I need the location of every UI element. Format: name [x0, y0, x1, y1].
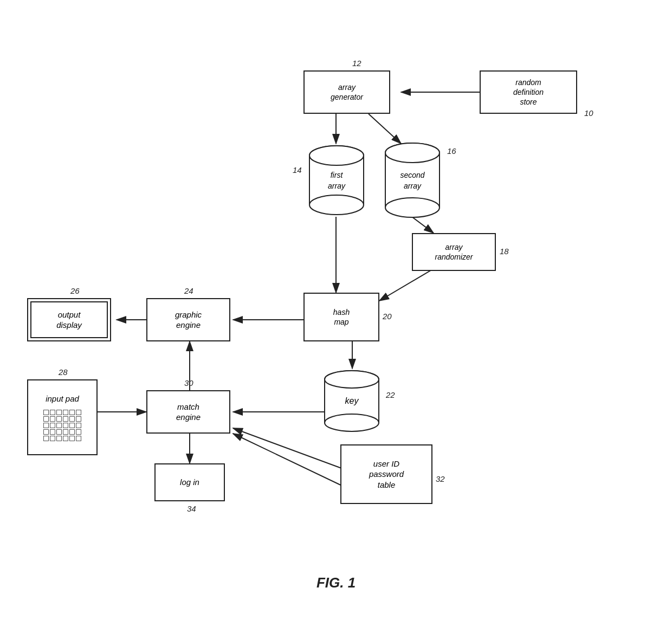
first-array-label: first array	[328, 170, 345, 191]
graphic-engine-label: graphic engine	[175, 309, 202, 331]
array-generator-box: array generator	[303, 70, 390, 114]
output-display-box: output display	[27, 298, 111, 341]
ref-24: 24	[184, 286, 193, 295]
output-display-label: output display	[56, 309, 82, 331]
ref-30: 30	[184, 378, 193, 388]
ref-26: 26	[70, 286, 80, 295]
key-cylinder: key	[322, 369, 382, 434]
ref-16: 16	[447, 146, 456, 156]
match-engine-label: match engine	[176, 402, 201, 423]
random-definition-store-label: random definition store	[513, 78, 544, 107]
second-array-label: second array	[400, 170, 424, 191]
log-in-label: log in	[180, 477, 199, 488]
svg-point-22	[309, 146, 364, 165]
svg-point-34	[325, 371, 379, 388]
match-engine-box: match engine	[146, 390, 230, 434]
figure-caption: FIG. 1	[260, 574, 412, 591]
ref-14: 14	[293, 165, 302, 175]
user-id-password-table-box: user ID password table	[340, 444, 432, 504]
first-array-cylinder: first array	[307, 144, 366, 217]
svg-point-21	[309, 195, 364, 215]
user-id-password-table-label: user ID password table	[369, 458, 404, 490]
graphic-engine-box: graphic engine	[146, 298, 230, 341]
svg-point-28	[385, 143, 440, 163]
svg-line-12	[233, 428, 358, 474]
array-randomizer-label: array randomizer	[435, 242, 473, 262]
ref-18: 18	[500, 247, 509, 256]
hash-map-label: hash map	[333, 307, 350, 327]
input-pad-inner: input pad	[43, 393, 81, 441]
input-pad-box: input pad	[27, 379, 98, 455]
svg-point-33	[325, 414, 379, 431]
svg-line-4	[369, 114, 401, 144]
ref-32: 32	[436, 474, 445, 483]
input-pad-label: input pad	[46, 393, 79, 404]
log-in-box: log in	[154, 463, 225, 501]
ref-10: 10	[584, 108, 593, 118]
array-randomizer-box: array randomizer	[412, 233, 496, 271]
svg-line-16	[233, 434, 358, 493]
ref-20: 20	[383, 312, 392, 321]
svg-point-27	[385, 198, 440, 217]
diagram: random definition store 10 array generat…	[0, 0, 672, 620]
input-pad-grid	[43, 410, 81, 441]
random-definition-store-box: random definition store	[480, 70, 577, 114]
hash-map-box: hash map	[303, 293, 379, 341]
ref-34: 34	[187, 504, 196, 513]
ref-22: 22	[386, 390, 395, 399]
second-array-cylinder: second array	[383, 141, 442, 219]
ref-12: 12	[352, 59, 361, 68]
ref-28: 28	[59, 367, 68, 377]
array-generator-label: array generator	[331, 82, 363, 102]
key-label: key	[345, 396, 359, 407]
